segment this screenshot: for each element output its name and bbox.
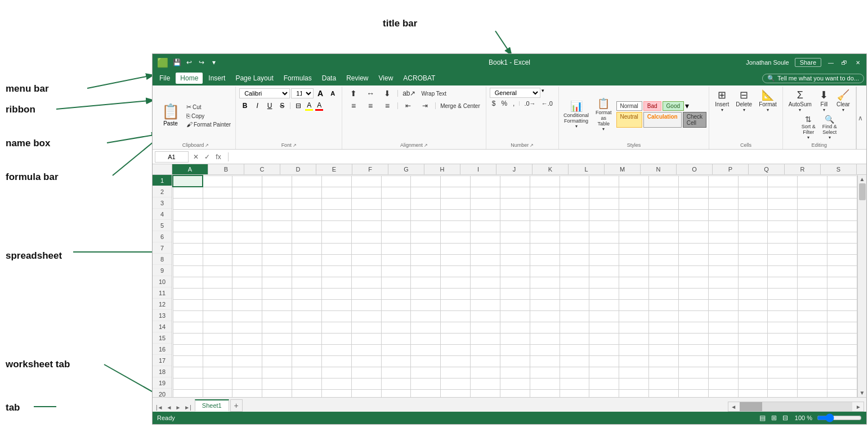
cell-U12[interactable] [768,299,798,310]
cell-H20[interactable] [381,389,411,397]
col-header-B[interactable]: B [208,164,244,174]
cell-R2[interactable] [678,187,708,198]
cell-P13[interactable] [619,310,649,322]
cell-R9[interactable] [678,265,708,277]
cell-H9[interactable] [381,265,411,277]
cell-M2[interactable] [530,187,560,198]
cell-U20[interactable] [768,389,798,397]
zoom-slider[interactable] [817,413,862,422]
col-header-D[interactable]: D [280,164,316,174]
increase-indent-button[interactable]: ⇥ [417,101,433,111]
cell-T20[interactable] [738,389,768,397]
cell-D11[interactable] [262,288,292,299]
cell-U8[interactable] [768,254,798,265]
cell-A17[interactable] [173,355,203,367]
insert-button[interactable]: ⊞ Insert ▾ [713,88,731,114]
cell-T11[interactable] [738,288,768,299]
cell-A4[interactable] [173,209,203,220]
cell-E16[interactable] [292,344,322,355]
cell-I10[interactable] [411,277,441,288]
cell-O14[interactable] [589,322,619,333]
cell-Q20[interactable] [649,389,679,397]
cell-K15[interactable] [471,333,500,344]
cell-I8[interactable] [411,254,441,265]
cell-O17[interactable] [589,355,619,367]
cell-Q11[interactable] [649,288,679,299]
cell-R17[interactable] [678,355,708,367]
cell-H5[interactable] [381,220,411,232]
sheet-nav-next[interactable]: ► [174,403,182,412]
bold-button[interactable]: B [239,100,250,111]
add-sheet-button[interactable]: + [230,399,243,412]
cell-O20[interactable] [589,389,619,397]
col-header-I[interactable]: I [460,164,496,174]
cell-G18[interactable] [351,367,381,378]
col-header-L[interactable]: L [569,164,605,174]
row-num-2[interactable]: 2 [153,186,172,197]
font-grow-button[interactable]: A [315,88,326,99]
cell-K11[interactable] [471,288,500,299]
cell-C14[interactable] [232,322,262,333]
cell-O16[interactable] [589,344,619,355]
cell-F16[interactable] [321,344,351,355]
cell-H16[interactable] [381,344,411,355]
cell-S20[interactable] [708,389,738,397]
cell-J17[interactable] [441,355,471,367]
col-header-A[interactable]: A [172,164,208,174]
cell-N14[interactable] [560,322,589,333]
cell-N1[interactable] [560,175,589,187]
cell-D15[interactable] [262,333,292,344]
cell-H6[interactable] [381,232,411,243]
cell-F12[interactable] [321,299,351,310]
row-num-13[interactable]: 13 [153,310,172,321]
font-color-button[interactable]: A [315,101,323,111]
cell-I12[interactable] [411,299,441,310]
cell-N9[interactable] [560,265,589,277]
cell-E2[interactable] [292,187,322,198]
cell-J11[interactable] [441,288,471,299]
col-header-R[interactable]: R [785,164,821,174]
cell-S12[interactable] [708,299,738,310]
cell-K4[interactable] [471,209,500,220]
cell-M7[interactable] [530,243,560,254]
cell-V15[interactable] [798,333,827,344]
cell-R19[interactable] [678,378,708,389]
cell-Q4[interactable] [649,209,679,220]
cell-I7[interactable] [411,243,441,254]
cell-S7[interactable] [708,243,738,254]
cell-T17[interactable] [738,355,768,367]
cell-P2[interactable] [619,187,649,198]
cell-J14[interactable] [441,322,471,333]
cell-J9[interactable] [441,265,471,277]
cell-W3[interactable] [827,198,857,209]
cell-D19[interactable] [262,378,292,389]
confirm-formula-button[interactable]: ✓ [202,152,212,162]
cell-I20[interactable] [411,389,441,397]
paste-button[interactable]: 📋 Paste [158,102,183,128]
cell-L13[interactable] [500,310,530,322]
col-header-H[interactable]: H [424,164,460,174]
menu-review[interactable]: Review [342,73,373,84]
number-expand[interactable]: ↗ [530,143,534,148]
cell-P17[interactable] [619,355,649,367]
cell-L7[interactable] [500,243,530,254]
cell-S3[interactable] [708,198,738,209]
cell-D16[interactable] [262,344,292,355]
col-header-N[interactable]: N [641,164,677,174]
cell-H19[interactable] [381,378,411,389]
align-middle-button[interactable]: ↔ [363,88,378,99]
cell-E15[interactable] [292,333,322,344]
cell-B13[interactable] [203,310,232,322]
cell-P10[interactable] [619,277,649,288]
cell-S17[interactable] [708,355,738,367]
cell-S6[interactable] [708,232,738,243]
cell-G16[interactable] [351,344,381,355]
cell-B12[interactable] [203,299,232,310]
cell-O13[interactable] [589,310,619,322]
cell-I6[interactable] [411,232,441,243]
cell-Q18[interactable] [649,367,679,378]
cell-U18[interactable] [768,367,798,378]
cell-A9[interactable] [173,265,203,277]
cell-R15[interactable] [678,333,708,344]
cell-D10[interactable] [262,277,292,288]
